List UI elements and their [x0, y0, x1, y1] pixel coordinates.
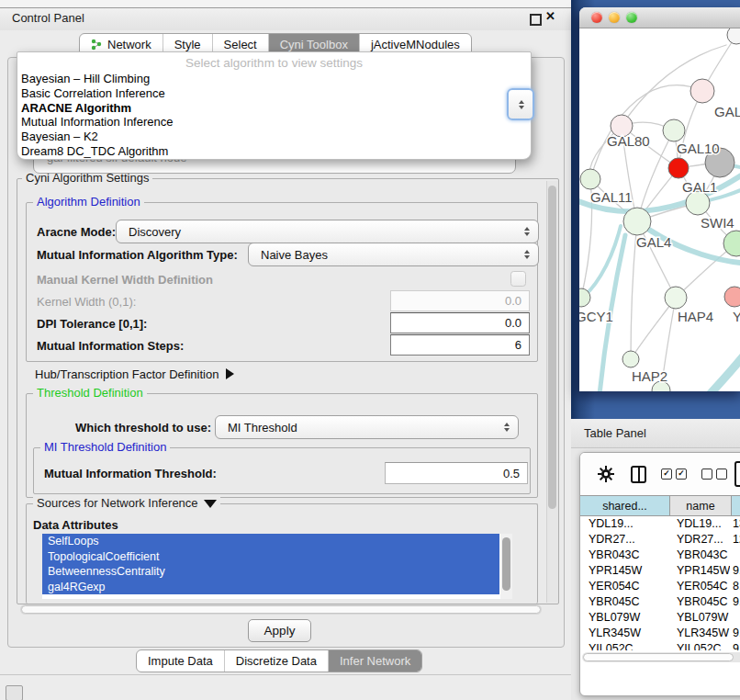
float-panel-icon[interactable]: [530, 14, 542, 26]
table-cell: 9.: [730, 563, 740, 579]
aracne-mode-combobox[interactable]: Discovery: [116, 220, 539, 243]
table-row[interactable]: YDL19...YDL19...13: [580, 516, 740, 532]
pink-right-node[interactable]: [724, 287, 740, 307]
dpi-tolerance-label: DPI Tolerance [0,1]:: [37, 317, 147, 331]
algorithm-combobox-arrow[interactable]: [507, 88, 534, 120]
node-label-gal: GAL: [714, 104, 740, 119]
table-cell: 13: [730, 516, 740, 532]
data-attributes-list[interactable]: SelfLoopsTopologicalCoefficientBetweenne…: [42, 534, 512, 599]
red-node[interactable]: [668, 158, 689, 178]
table-cell: YBR045C: [669, 594, 730, 610]
scrollbar-thumb[interactable]: [502, 537, 510, 591]
list-scrollbar[interactable]: [500, 534, 512, 599]
network-window-titlebar[interactable]: [579, 7, 740, 28]
tab-label: Select: [224, 38, 257, 51]
table-cell: YBR043C: [669, 548, 730, 563]
settings-horizontal-scrollbar[interactable]: [20, 604, 542, 615]
apply-button[interactable]: Apply: [248, 619, 311, 642]
network-view-window[interactable]: GALGAL80GAL10GAL1SWI4GAL11GAL4GCY1HAP4YH…: [579, 7, 740, 391]
mi-steps-value: 6: [515, 338, 521, 352]
collapsed-arrow-icon: [226, 368, 234, 379]
table-panel-title: Table Panel: [584, 426, 646, 440]
hap2-node[interactable]: [622, 351, 639, 367]
manual-kernel-label: Manual Kernel Width Definition: [37, 273, 213, 287]
gal-pink-node[interactable]: [690, 79, 714, 103]
hap4-node[interactable]: [665, 287, 687, 309]
node-label-gal11: GAL11: [590, 189, 633, 205]
network-canvas[interactable]: GALGAL80GAL10GAL1SWI4GAL11GAL4GCY1HAP4YH…: [579, 28, 740, 391]
table-row[interactable]: YBR043CYBR043C: [580, 548, 740, 563]
scrollbar-thumb[interactable]: [583, 653, 734, 661]
table-row[interactable]: YER054CYER054C8.: [580, 579, 740, 594]
gal11-node[interactable]: [580, 169, 600, 189]
combo-arrows-icon: [504, 423, 510, 432]
table-cell: 12: [730, 532, 740, 548]
mi-steps-label: Mutual Information Steps:: [37, 339, 184, 353]
tab-label: Cyni Toolbox: [280, 38, 348, 51]
attribute-list-item[interactable]: gal4RGexp: [42, 580, 499, 595]
algorithm-option[interactable]: ARACNE Algorithm: [17, 101, 531, 116]
unchecked-box-icon: [716, 469, 727, 480]
column-header[interactable]: [732, 496, 740, 515]
table-cell: 9.: [730, 641, 740, 650]
gal4-node[interactable]: [623, 208, 651, 235]
select-all-columns-icon[interactable]: ✓ ✓: [661, 469, 687, 480]
partial-top-node[interactable]: [727, 28, 740, 44]
algorithm-option[interactable]: Bayesian – K2: [17, 130, 531, 144]
checked-box-icon: ✓: [676, 469, 687, 480]
tab-discretize-data[interactable]: Discretize Data: [225, 650, 329, 672]
table-row[interactable]: YBR045CYBR045C9.: [580, 594, 740, 610]
algorithm-option[interactable]: Bayesian – Hill Climbing: [17, 72, 531, 86]
column-header[interactable]: shared...: [580, 496, 670, 515]
sources-group-toggle[interactable]: Sources for Network Inference: [33, 497, 220, 510]
table-row[interactable]: YLR345WYLR345W9.: [580, 626, 740, 641]
algorithm-dropdown-placeholder: Select algorithm to view settings: [17, 52, 531, 72]
tab-label: Impute Data: [148, 654, 213, 668]
show-columns-icon[interactable]: [631, 466, 646, 483]
table-row[interactable]: YPR145WYPR145W9.: [580, 563, 740, 579]
mi-steps-field[interactable]: 6: [390, 334, 530, 356]
dpi-tolerance-field[interactable]: 0.0: [390, 312, 530, 333]
tab-infer-network[interactable]: Infer Network: [329, 650, 421, 672]
table-row[interactable]: YBL079WYBL079W: [580, 610, 740, 626]
attribute-list-item[interactable]: BetweennessCentrality: [42, 564, 499, 580]
which-threshold-combobox[interactable]: MI Threshold: [215, 415, 519, 439]
control-panel-top-strip: [0, 0, 571, 7]
minimized-panel-icon[interactable]: [6, 685, 23, 700]
node-label-gal10: GAL10: [677, 141, 720, 156]
algorithm-option[interactable]: Mutual Information Inference: [17, 115, 531, 130]
mi-type-label: Mutual Information Algorithm Type:: [37, 248, 238, 262]
algorithm-option[interactable]: Basic Correlation Inference: [17, 86, 531, 101]
gear-icon[interactable]: [597, 465, 615, 483]
table-cell: [730, 610, 740, 626]
mi-type-combobox[interactable]: Naive Bayes: [248, 243, 539, 266]
zoom-traffic-light[interactable]: [626, 12, 637, 23]
mi-threshold-field[interactable]: 0.5: [385, 462, 528, 484]
algorithm-option[interactable]: Dream8 DC_TDC Algorithm: [17, 144, 531, 159]
close-icon[interactable]: ✕: [545, 9, 555, 23]
table-cell: 9.: [730, 626, 740, 641]
table-horizontal-scrollbar[interactable]: [582, 652, 740, 662]
attribute-list-item[interactable]: TopologicalCoefficient: [42, 549, 499, 565]
hub-definition-toggle[interactable]: Hub/Transcription Factor Definition: [35, 367, 234, 381]
table-row[interactable]: YDR27...YDR27...12: [580, 532, 740, 548]
attribute-list-item[interactable]: SelfLoops: [42, 534, 499, 549]
close-traffic-light[interactable]: [591, 12, 602, 23]
manual-kernel-checkbox[interactable]: [510, 271, 526, 287]
hub-definition-label: Hub/Transcription Factor Definition: [35, 367, 219, 381]
table-cell: YLR345W: [669, 626, 730, 641]
settings-vertical-scrollbar[interactable]: [546, 181, 558, 603]
minimize-traffic-light[interactable]: [609, 12, 620, 23]
export-table-icon[interactable]: [734, 461, 740, 487]
scrollbar-thumb[interactable]: [21, 605, 541, 614]
tab-impute-data[interactable]: Impute Data: [137, 650, 225, 672]
table-cell: 9.: [730, 594, 740, 610]
scrollbar-thumb[interactable]: [548, 186, 556, 509]
unselect-all-columns-icon[interactable]: [701, 469, 727, 480]
table-cell: [730, 548, 740, 563]
bottom-tabbar: Impute DataDiscretize DataInfer Network: [136, 649, 422, 672]
gal10-node[interactable]: [663, 119, 685, 141]
kernel-width-field[interactable]: 0.0: [390, 290, 530, 311]
table-row[interactable]: YIL052CYIL052C9.: [580, 641, 740, 650]
column-header[interactable]: name: [670, 496, 732, 515]
